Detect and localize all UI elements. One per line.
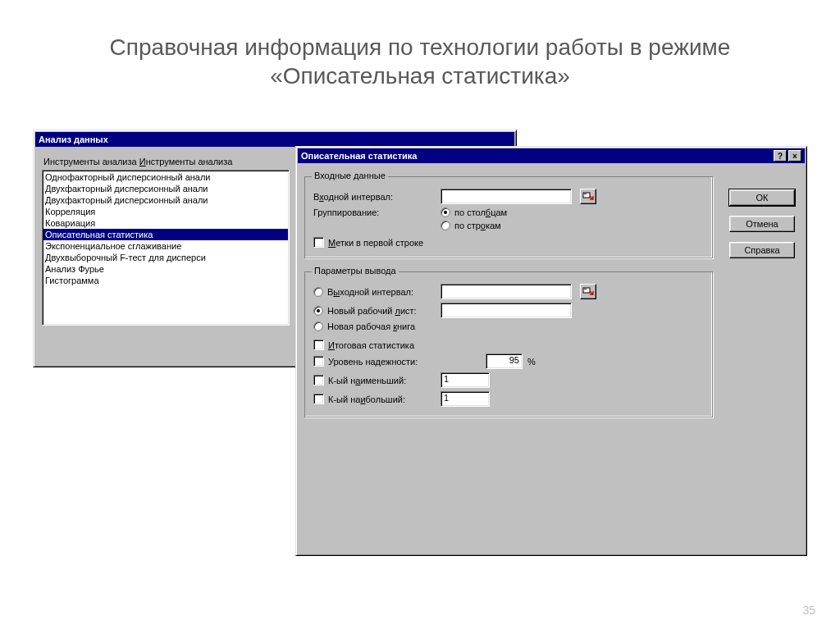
help-button[interactable]: Справка (729, 242, 795, 258)
radio-by-rows[interactable] (441, 221, 450, 230)
input-range-field[interactable] (441, 189, 572, 204)
summary-stats-label: Итоговая статистика (328, 340, 414, 350)
radio-output-range[interactable] (313, 287, 323, 297)
collapse-dialog-icon-2[interactable] (580, 284, 596, 299)
input-legend: Входные данные (312, 171, 388, 180)
desc-title-text: Описательная статистика (301, 151, 772, 161)
list-item[interactable]: Двухвыборочный F-тест для дисперси (43, 252, 288, 263)
svg-rect-2 (583, 288, 590, 293)
desc-titlebar[interactable]: Описательная статистика ? × (298, 148, 805, 163)
output-legend: Параметры вывода (312, 266, 399, 276)
tools-listbox[interactable]: Однофакторный дисперсионный аналиДвухфак… (42, 170, 290, 326)
output-range-label: Выходной интервал: (327, 287, 413, 297)
descriptive-stats-window: Описательная статистика ? × ОК Отмена Сп… (295, 146, 807, 556)
list-item[interactable]: Экспоненциальное сглаживание (43, 240, 288, 252)
k-smallest-label: К-ый наименьший: (328, 376, 406, 385)
help-icon[interactable]: ? (774, 150, 787, 162)
new-workbook-label: Новая рабочая книга (327, 321, 415, 331)
list-item[interactable]: Анализ Фурье (43, 263, 288, 275)
list-item[interactable]: Двухфакторный дисперсионный анали (43, 194, 288, 206)
by-rows-label: по строкам (454, 221, 501, 230)
svg-rect-1 (584, 194, 587, 194)
svg-rect-0 (583, 193, 590, 198)
confidence-checkbox[interactable] (313, 356, 324, 367)
labels-first-row-checkbox[interactable] (313, 237, 324, 248)
slide-title: Справочная информация по технологии рабо… (0, 0, 840, 98)
svg-rect-3 (584, 289, 587, 289)
list-item[interactable]: Однофакторный дисперсионный анали (43, 171, 288, 183)
confidence-label: Уровень надежности: (328, 357, 418, 367)
k-largest-field[interactable]: 1 (441, 391, 490, 407)
analysis-title-text: Анализ данных (39, 134, 511, 144)
radio-by-columns[interactable] (441, 207, 450, 217)
percent-label: % (527, 357, 536, 367)
page-number: 35 (802, 604, 815, 617)
k-largest-label: К-ый наибольший: (328, 394, 405, 404)
input-group: Входные данные Входной интервал: (304, 176, 713, 258)
k-smallest-checkbox[interactable] (313, 375, 324, 385)
labels-first-row-label: Метки в первой строке (328, 238, 423, 248)
k-largest-checkbox[interactable] (313, 394, 324, 404)
output-range-field[interactable] (441, 284, 572, 299)
list-item[interactable]: Описательная статистика (43, 229, 288, 240)
k-smallest-field[interactable]: 1 (441, 372, 490, 388)
new-worksheet-field[interactable] (441, 303, 572, 318)
output-group: Параметры вывода Выходной интервал: (304, 271, 713, 417)
summary-stats-checkbox[interactable] (313, 340, 324, 350)
ok-button[interactable]: ОК (729, 189, 795, 206)
by-columns-label: по столбцам (454, 207, 507, 217)
input-range-label: Входной интервал: (313, 192, 441, 202)
list-item[interactable]: Ковариация (43, 217, 288, 229)
analysis-titlebar[interactable]: Анализ данных (35, 132, 514, 147)
cancel-button[interactable]: Отмена (729, 216, 795, 232)
confidence-field[interactable]: 95 (486, 353, 523, 369)
radio-new-worksheet[interactable] (313, 306, 323, 316)
new-worksheet-label: Новый рабочий лист: (327, 306, 417, 316)
list-item[interactable]: Двухфакторный дисперсионный анали (43, 183, 288, 194)
collapse-dialog-icon[interactable] (580, 189, 596, 204)
close-icon[interactable]: × (788, 150, 801, 162)
list-item[interactable]: Гистограмма (43, 275, 288, 286)
grouping-label: Группирование: (313, 207, 441, 217)
radio-new-workbook[interactable] (313, 321, 323, 331)
list-item[interactable]: Корреляция (43, 206, 288, 217)
